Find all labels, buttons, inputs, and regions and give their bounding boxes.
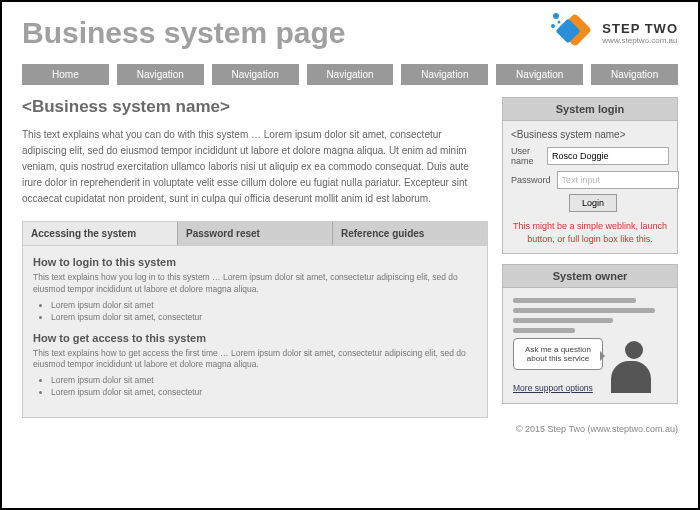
section-access-bullet: Lorem ipsum dolor sit amet, consectetur (51, 387, 477, 399)
tabs: Accessing the system Password reset Refe… (22, 221, 488, 245)
tab-accessing[interactable]: Accessing the system (23, 222, 178, 245)
top-nav: Home Navigation Navigation Navigation Na… (22, 64, 678, 85)
speech-bubble: Ask me a question about this service (513, 338, 603, 370)
logo-url: www.steptwo.com.au (602, 36, 678, 45)
intro-text: This text explains what you can do with … (22, 127, 488, 207)
placeholder-bar (513, 308, 655, 313)
nav-3[interactable]: Navigation (307, 64, 394, 85)
login-note: This might be a simple weblink, launch b… (511, 220, 669, 245)
svg-point-2 (553, 13, 559, 19)
nav-2[interactable]: Navigation (212, 64, 299, 85)
nav-4[interactable]: Navigation (401, 64, 488, 85)
section-access-title: How to get access to this system (33, 332, 477, 344)
tab-password-reset[interactable]: Password reset (178, 222, 333, 245)
avatar-icon (607, 339, 655, 393)
login-box: System login <Business system name> User… (502, 97, 678, 254)
svg-point-3 (551, 24, 555, 28)
nav-home[interactable]: Home (22, 64, 109, 85)
login-button[interactable]: Login (569, 194, 617, 212)
section-login-bullet: Lorem ipsum dolor sit amet, consectetur (51, 312, 477, 324)
password-label: Password (511, 175, 551, 185)
nav-1[interactable]: Navigation (117, 64, 204, 85)
logo-name: STEP TWO (602, 21, 678, 36)
svg-point-4 (558, 21, 561, 24)
login-system-name: <Business system name> (511, 129, 669, 140)
password-input[interactable] (557, 171, 679, 189)
page-title: Business system page (22, 16, 345, 50)
section-login-bullet: Lorem ipsum dolor sit amet (51, 300, 477, 312)
section-login-title: How to login to this system (33, 256, 477, 268)
section-access-text: This text explains how to get access the… (33, 348, 477, 372)
logo: STEP TWO www.steptwo.com.au (550, 10, 678, 56)
tab-panel: How to login to this system This text ex… (22, 245, 488, 418)
owner-box-title: System owner (503, 265, 677, 288)
owner-box: System owner Ask me a question about thi… (502, 264, 678, 404)
username-input[interactable] (547, 147, 669, 165)
system-name-heading: <Business system name> (22, 97, 488, 117)
section-access-bullet: Lorem ipsum dolor sit amet (51, 375, 477, 387)
support-link[interactable]: More support options (513, 383, 593, 393)
logo-icon (550, 10, 596, 56)
tab-reference-guides[interactable]: Reference guides (333, 222, 487, 245)
username-label: User name (511, 146, 541, 166)
nav-5[interactable]: Navigation (496, 64, 583, 85)
placeholder-bar (513, 298, 636, 303)
placeholder-bar (513, 318, 613, 323)
nav-6[interactable]: Navigation (591, 64, 678, 85)
footer-copyright: © 2015 Step Two (www.steptwo.com.au) (22, 424, 678, 434)
placeholder-bar (513, 328, 575, 333)
section-login-text: This text explains how you log in to thi… (33, 272, 477, 296)
login-box-title: System login (503, 98, 677, 121)
